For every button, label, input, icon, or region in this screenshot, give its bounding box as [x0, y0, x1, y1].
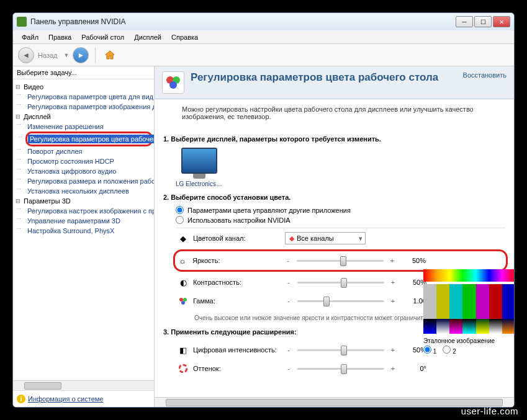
home-button[interactable] — [102, 47, 118, 63]
contrast-slider[interactable] — [297, 277, 384, 288]
tree-item[interactable]: Управление параметрами 3D — [25, 217, 122, 225]
preview-radio-2[interactable] — [443, 346, 451, 354]
brightness-slider[interactable] — [297, 255, 384, 266]
tree-item[interactable]: Установка цифрового аудио — [25, 167, 118, 176]
tree-item[interactable]: Регулировка размера и положения рабо — [25, 177, 154, 185]
page-title: Регулировка параметров цвета рабочего ст… — [191, 71, 457, 84]
menubar: Файл Правка Рабочий стол Дисплей Справка — [13, 30, 514, 44]
tree-item[interactable]: Регулировка настроек изображения с пр — [25, 207, 154, 215]
monitor-selector[interactable]: LG Electronics… — [176, 148, 222, 187]
tree-group-video[interactable]: Видео — [22, 83, 45, 91]
svg-point-4 — [183, 298, 187, 302]
contrast-value: 50% — [402, 279, 426, 286]
step1-title: 1. Выберите дисплей, параметры которого … — [163, 135, 505, 143]
tree-item-selected[interactable]: Регулировка параметров цвета рабочег — [28, 135, 154, 143]
svg-point-6 — [179, 365, 187, 372]
app-window: Панель управления NVIDIA ─ ☐ ✕ Файл Прав… — [12, 12, 515, 408]
gamma-value: 1.00 — [402, 297, 426, 305]
menu-file[interactable]: Файл — [17, 32, 43, 42]
menu-edit[interactable]: Правка — [43, 32, 76, 42]
info-icon: i — [17, 395, 25, 403]
sidebar-scrollbar[interactable] — [13, 380, 154, 390]
gamma-slider[interactable] — [297, 295, 384, 306]
monitor-icon — [181, 148, 217, 174]
brightness-icon: ☼ — [178, 256, 187, 266]
close-button[interactable]: ✕ — [493, 16, 510, 27]
task-tree: ⊟Видео Регулировка параметров цвета для … — [13, 79, 154, 380]
tree-item[interactable]: Настройка Surround, PhysX — [25, 226, 116, 235]
color-spectrum — [423, 269, 514, 282]
system-info-link[interactable]: Информация о системе — [28, 395, 103, 403]
maximize-button[interactable]: ☐ — [474, 16, 492, 27]
contrast-label: Контрастность: — [193, 279, 280, 286]
hue-icon — [178, 364, 188, 373]
page-description: Можно регулировать настройки цвета рабоч… — [155, 99, 514, 127]
monitor-label: LG Electronics… — [176, 181, 222, 187]
radio-other-apps[interactable] — [176, 206, 184, 214]
sidebar: Выберите задачу... ⊟Видео Регулировка па… — [13, 66, 155, 407]
watermark: user-life.com — [461, 406, 518, 416]
digital-icon: ◧ — [178, 345, 188, 355]
forward-button[interactable]: ► — [73, 47, 89, 63]
tree-item[interactable]: Поворот дисплея — [25, 147, 84, 156]
digital-label: Цифровая интенсивность: — [193, 346, 280, 354]
menu-display[interactable]: Дисплей — [129, 32, 166, 42]
back-label: Назад — [38, 51, 58, 59]
hue-value: 0° — [402, 365, 426, 372]
header-icon — [162, 71, 184, 94]
divider — [95, 48, 96, 63]
gradient-row — [423, 319, 514, 334]
sidebar-header: Выберите задачу... — [13, 66, 154, 79]
svg-point-5 — [181, 301, 185, 305]
back-button[interactable]: ◄ — [18, 47, 34, 63]
titlebar: Панель управления NVIDIA ─ ☐ ✕ — [13, 13, 514, 30]
tree-item[interactable]: Просмотр состояния HDCP — [25, 157, 116, 166]
main-header: Регулировка параметров цвета рабочего ст… — [155, 66, 514, 99]
svg-point-3 — [179, 298, 183, 302]
digital-value: 50% — [402, 346, 426, 354]
tree-toggle[interactable]: ⊟ — [14, 198, 22, 204]
back-dropdown-icon[interactable]: ▼ — [64, 52, 70, 58]
tree-item[interactable]: Изменение разрешения — [25, 122, 106, 131]
main-scrollbar[interactable] — [155, 397, 514, 407]
channel-dropdown[interactable]: ◆Все каналы — [285, 232, 366, 244]
digital-slider[interactable] — [297, 344, 384, 355]
toolbar: ◄ Назад ▼ ► — [13, 44, 514, 66]
gamma-icon — [178, 296, 188, 306]
app-icon — [17, 17, 27, 27]
smpte-bars — [423, 284, 514, 319]
tree-group-3d[interactable]: Параметры 3D — [22, 197, 73, 205]
menu-desktop[interactable]: Рабочий стол — [76, 32, 129, 42]
tree-toggle[interactable]: ⊟ — [14, 84, 22, 90]
minimize-button[interactable]: ─ — [456, 16, 473, 27]
hue-label: Оттенок: — [193, 365, 280, 372]
window-title: Панель управления NVIDIA — [30, 17, 456, 26]
menu-help[interactable]: Справка — [166, 32, 203, 42]
preview-label: Эталонное изображение — [423, 337, 514, 344]
preview-panel: Эталонное изображение 1 2 — [423, 269, 514, 355]
tree-item[interactable]: Регулировка параметров изображения д — [25, 102, 154, 111]
preview-radio-1[interactable] — [423, 346, 431, 354]
brightness-value: 50% — [401, 257, 426, 264]
restore-link[interactable]: Восстановить — [463, 71, 507, 79]
svg-point-2 — [169, 81, 177, 89]
tree-item[interactable]: Установка нескольких дисплеев — [25, 187, 131, 195]
contrast-icon: ◐ — [178, 277, 188, 287]
tree-toggle[interactable]: ⊟ — [14, 114, 22, 120]
hue-slider[interactable] — [297, 363, 384, 374]
radio-nvidia[interactable] — [176, 216, 184, 224]
step2-title: 2. Выберите способ установки цвета. — [163, 194, 505, 201]
tree-item[interactable]: Регулировка параметров цвета для вид — [25, 92, 154, 101]
main-panel: Регулировка параметров цвета рабочего ст… — [155, 66, 514, 407]
channel-label: Цветовой канал: — [193, 235, 280, 242]
tree-group-display[interactable]: Дисплей — [22, 112, 53, 121]
gamma-label: Гамма: — [193, 297, 280, 305]
brightness-label: Яркость: — [192, 257, 279, 264]
channel-icon: ◆ — [178, 233, 188, 243]
